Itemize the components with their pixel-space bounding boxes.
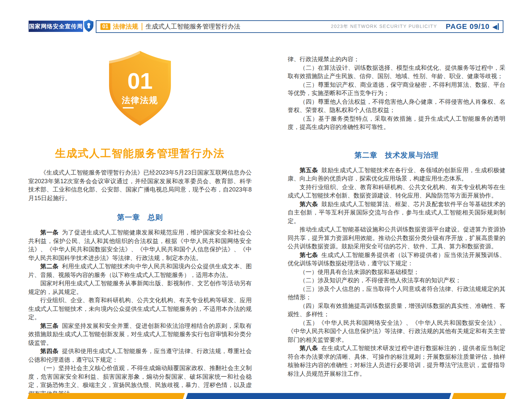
footer-bar-blue: [186, 393, 451, 399]
section-number-chip: 01: [100, 23, 110, 30]
nav-bar-glyph: [498, 23, 499, 30]
paragraph: （二）在算法设计、训练数据选择、模型生成和优化、提供服务等过程中，采取有效措施防…: [288, 64, 505, 81]
chapter-heading: 第二章 技术发展与治理: [288, 150, 505, 160]
article-number: 第八条: [300, 345, 318, 351]
header-divider: [142, 23, 142, 30]
paragraph: 第四条提供和使用生成式人工智能服务，应当遵守法律、行政法规，尊重社会公德和伦理道…: [28, 347, 252, 364]
brand-badge: 国家网络安全宣传周: [29, 21, 83, 32]
paragraph: （二）涉及知识产权的，不得侵害他人依法享有的知识产权；: [288, 276, 505, 285]
paragraph: （五）《中华人民共和国网络安全法》、《中华人民共和国数据安全法》、《中华人民共和…: [288, 319, 505, 344]
lock-shield-icon: [84, 19, 94, 33]
paragraph: 支持行业组织、企业、教育和科研机构、公共文化机构、有关专业机构等在生成式人工智能…: [288, 183, 505, 200]
left-column-text: 《生成式人工智能服务管理暂行办法》已经2023年5月23日国家互联网信息办公室2…: [28, 169, 252, 398]
article-number: 第四条: [40, 348, 59, 354]
paragraph: 第七条生成式人工智能服务提供者（以下称提供者）应当依法开展预训练、优化训练等训练…: [288, 251, 505, 268]
paragraph: 第三条国家坚持发展和安全并重、促进创新和依法治理相结合的原则，采取有效措施鼓励生…: [28, 322, 252, 347]
left-column: 01 法律法规 生成式人工智能服务管理暂行办法 《生成式人工智能服务管理暂行办法…: [28, 43, 252, 398]
article-number: 第五条: [300, 167, 318, 174]
paragraph: （三）尊重知识产权、商业道德，保守商业秘密，不得利用算法、数据、平台等优势，实施…: [288, 81, 505, 98]
page-number: PAGE 09/10: [446, 22, 489, 31]
shield-badge-icon: 01 法律法规: [107, 49, 173, 127]
paragraph: （三）涉及个人信息的，应当取得个人同意或者符合法律、行政法规规定的其他情形；: [288, 285, 505, 302]
badge-label: 法律法规: [121, 95, 158, 105]
document-title: 生成式人工智能服务管理暂行办法: [28, 147, 252, 160]
paragraph: 第一条为了促进生成式人工智能健康发展和规范应用，维护国家安全和社会公共利益，保护…: [28, 228, 252, 262]
paragraph: 第二条利用生成式人工智能技术向中华人民共和国境内公众提供生成文本、图片、音频、视…: [28, 262, 252, 279]
document-page: 国家网络安全宣传周 01 法律法规 生成式人工智能服务管理暂行办法 2023年 …: [0, 0, 532, 399]
article-number: 第六条: [300, 201, 318, 207]
footer-bar-orange-left: [27, 393, 185, 399]
badge-underline: [123, 107, 134, 108]
paragraph: （一）使用具有合法来源的数据和基础模型；: [288, 268, 505, 277]
chapter-heading: 第一章 总则: [28, 212, 252, 222]
section-chip-label: 法律法规: [113, 22, 138, 31]
right-column-text: 律、行政法规禁止的内容；（二）在算法设计、训练数据选择、模型生成和优化、提供服务…: [288, 55, 505, 378]
prev-page-icon: ◀: [492, 23, 497, 31]
paragraph: 推动生成式人工智能基础设施和公共训练数据资源平台建设。促进算力资源协同共享，提升…: [288, 225, 505, 251]
paragraph: 第八条在生成式人工智能技术研发过程中进行数据标注的，提供者应当制定符合本办法要求…: [288, 344, 505, 378]
badge-number: 01: [127, 68, 153, 94]
paragraph: 国家对利用生成式人工智能服务从事新闻出版、影视制作、文艺创作等活动另有规定的，从…: [28, 279, 252, 296]
paragraph: 律、行政法规禁止的内容；: [288, 55, 505, 64]
article-number: 第一条: [40, 229, 59, 236]
paragraph: 第五条鼓励生成式人工智能技术在各行业、各领域的创新应用，生成积极健康、向上向善的…: [288, 166, 505, 183]
section-badge: 01 法律法规: [28, 43, 252, 129]
paragraph: （四）尊重他人合法权益，不得危害他人身心健康，不得侵害他人肖像权、名誉权、荣誉权…: [288, 98, 505, 115]
footer-bar-orange-right: [452, 393, 506, 399]
header-title-box: 01 法律法规 生成式人工智能服务管理暂行办法 2023年 NETWORK SE…: [96, 20, 503, 33]
article-number: 第二条: [40, 263, 59, 270]
article-number: 第七条: [300, 252, 318, 258]
paragraph: 第六条鼓励生成式人工智能算法、框架、芯片及配套软件平台等基础技术的自主创新，平等…: [288, 200, 505, 226]
paragraph: 《生成式人工智能服务管理暂行办法》已经2023年5月23日国家互联网信息办公室2…: [28, 169, 252, 202]
right-column: 律、行政法规禁止的内容；（二）在算法设计、训练数据选择、模型生成和优化、提供服务…: [288, 47, 505, 378]
paragraph: 行业组织、企业、教育和科研机构、公共文化机构、有关专业机构等研发、应用生成式人工…: [28, 296, 252, 322]
paragraph: （四）采取有效措施提高训练数据质量，增强训练数据的真实性、准确性、客观性、多样性…: [288, 302, 505, 319]
header-doc-title: 生成式人工智能服务管理暂行办法: [146, 22, 240, 31]
article-number: 第三条: [40, 323, 59, 329]
header-meta: 2023年 NETWORK SECURITY PUBLICITY: [331, 24, 437, 30]
brand-label: 国家网络安全宣传周: [29, 23, 83, 30]
paragraph: （五）基于服务类型特点，采取有效措施，提升生成式人工智能服务的透明度，提高生成内…: [288, 115, 505, 132]
